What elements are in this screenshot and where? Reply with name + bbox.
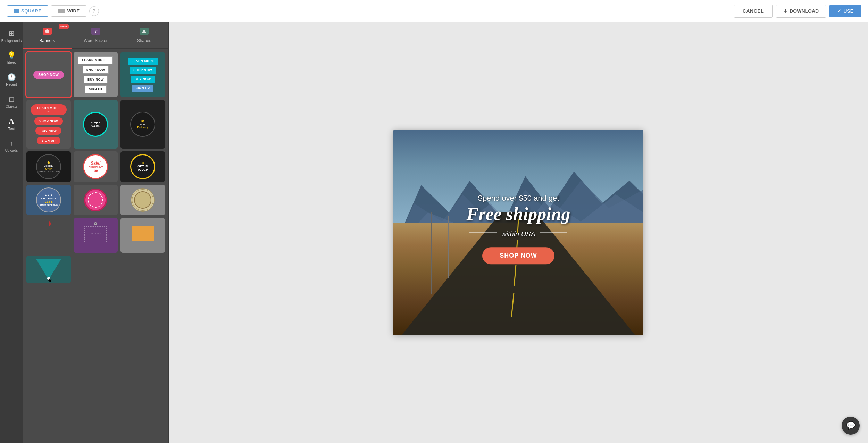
square-tab[interactable]: SQUARE	[7, 5, 48, 17]
uploads-icon: ↑	[10, 139, 13, 147]
objects-icon: ◻	[9, 95, 15, 103]
backgrounds-icon: ⊞	[9, 29, 15, 37]
svg-point-1	[45, 29, 49, 33]
pink-stamp[interactable]	[84, 189, 107, 211]
sale-discount-circle[interactable]: Sale! DISCOUNT 🛍	[83, 154, 108, 179]
canvas-area: Spend over $50 and get Free shipping wit…	[169, 22, 868, 443]
tag-hole-purple	[94, 222, 97, 225]
tag-body-orange[interactable]: - - - - - - - - - - - - - -	[132, 226, 154, 241]
sidebar-item-objects[interactable]: ◻ Objects	[1, 91, 22, 112]
canvas-container[interactable]: Spend over $50 and get Free shipping wit…	[393, 130, 643, 335]
word-sticker-tab-label: Word Sticker	[84, 38, 107, 43]
sidebar-item-recent[interactable]: 🕐 Recent	[1, 69, 22, 90]
banner-learn-more-teal[interactable]: LEARN MORE SHOP NOW BUY NOW SIGN UP	[120, 52, 165, 97]
sidebar-backgrounds-label: Backgrounds	[1, 39, 22, 43]
sign-up-red-pill[interactable]: SIGN UP	[37, 137, 61, 144]
canvas-shop-now-button[interactable]: SHOP NOW	[482, 247, 554, 264]
learn-more-teal-btn[interactable]: LEARN MORE	[128, 58, 158, 65]
sign-up-blue-btn[interactable]: SIGN UP	[132, 85, 153, 92]
use-button[interactable]: ✓ USE	[829, 5, 861, 17]
buy-now-outline-btn[interactable]: BUY NOW	[84, 76, 108, 83]
cream-frame[interactable]	[131, 188, 155, 212]
help-button[interactable]: ?	[89, 6, 99, 16]
canvas-line2: Free shipping	[412, 204, 625, 224]
sidebar-recent-label: Recent	[6, 83, 17, 86]
shop-now-outline-btn[interactable]: SHOP NOW	[83, 66, 109, 74]
canvas-text-overlay: Spend over $50 and get Free shipping wit…	[412, 194, 625, 264]
canvas-line3: within USA	[501, 230, 535, 238]
sidebar-ideas-label: Ideas	[7, 61, 16, 65]
square-icon	[14, 9, 19, 13]
main-area: ⊞ Backgrounds 💡 Ideas 🕐 Recent ◻ Objects…	[0, 22, 868, 443]
tag-body-purple[interactable]: - - - - - - - - - - - - - -	[84, 226, 107, 242]
learn-more-red-pill[interactable]: LEARN MORE →	[31, 104, 67, 115]
use-label: USE	[843, 8, 853, 14]
banner-pink-stamp[interactable]	[74, 185, 118, 215]
banner-learn-more-outline[interactable]: LEARN MORE → SHOP NOW BUY NOW SIGN UP	[74, 52, 118, 97]
banner-exclusive-sale[interactable]: ★ ★ ★ EXCLUSIVE SALE START SHOPPING	[26, 185, 71, 215]
checkmark-icon: ✓	[837, 8, 841, 14]
text-icon: A	[9, 117, 14, 126]
cancel-button[interactable]: CANCEL	[734, 5, 773, 18]
recent-icon: 🕐	[7, 73, 16, 81]
tag-triangle-teal[interactable]	[36, 259, 61, 280]
sidebar-item-backgrounds[interactable]: ⊞ Backgrounds	[1, 26, 22, 46]
banner-tag-teal[interactable]: ★	[26, 256, 71, 283]
banners-grid: SHOP NOW LEARN MORE → SHOP NOW BUY NOW S…	[23, 49, 168, 287]
shop-now-pink-pill[interactable]: SHOP NOW	[33, 71, 64, 79]
sidebar-objects-label: Objects	[6, 105, 17, 108]
free-delivery-circle[interactable]: ✉ Free Delivery	[130, 112, 155, 137]
new-badge: NEW	[59, 24, 69, 29]
banner-ribbons[interactable]	[26, 218, 71, 253]
wide-tab-label: WIDE	[67, 8, 80, 14]
panel-tab-shapes[interactable]: Shapes	[120, 22, 168, 48]
panel: NEW Banners T Word Sticker	[23, 22, 169, 443]
panel-tabs: NEW Banners T Word Sticker	[23, 22, 168, 49]
panel-tab-banners[interactable]: NEW Banners	[23, 22, 72, 48]
panel-tab-word-sticker[interactable]: T Word Sticker	[72, 22, 120, 48]
banner-cream-frame[interactable]	[120, 185, 165, 215]
square-tab-label: SQUARE	[21, 8, 42, 14]
shop-now-red-pill[interactable]: SHOP NOW	[34, 117, 63, 125]
download-arrow-icon: ⬇	[783, 8, 787, 14]
banner-sale-discount[interactable]: Sale! DISCOUNT 🛍	[74, 151, 118, 182]
top-bar-left: SQUARE WIDE ?	[7, 5, 99, 17]
ideas-icon: 💡	[7, 51, 16, 59]
shapes-tab-label: Shapes	[137, 38, 151, 43]
wide-tab[interactable]: WIDE	[51, 5, 86, 17]
banner-get-in-touch[interactable]: ✉ GET IN TOUCH	[120, 151, 165, 182]
sidebar-text-label: Text	[8, 127, 15, 131]
download-button[interactable]: ⬇ DOWNLOAD	[776, 5, 826, 18]
banners-tab-label: Banners	[39, 38, 55, 43]
shapes-tab-icon	[122, 27, 166, 37]
buy-now-red-pill[interactable]: BUY NOW	[35, 127, 61, 135]
chat-icon: 💬	[846, 421, 856, 430]
canvas-divider: within USA	[412, 227, 625, 238]
sidebar-item-uploads[interactable]: ↑ Uploads	[1, 136, 22, 156]
banner-special-offer[interactable]: ⭐ Special Offer 100% GUARANTEED	[26, 151, 71, 182]
banner-tag-purple[interactable]: - - - - - - - - - - - - - -	[74, 218, 118, 253]
banner-shop-save-badge[interactable]: Shop & SAVE	[74, 100, 118, 149]
shop-save-circle[interactable]: Shop & SAVE	[83, 112, 108, 137]
chat-bubble[interactable]: 💬	[842, 417, 860, 435]
banner-learn-more-red-pill[interactable]: LEARN MORE → SHOP NOW BUY NOW SIGN UP	[26, 100, 71, 149]
special-offer-circle[interactable]: ⭐ Special Offer 100% GUARANTEED	[36, 154, 61, 179]
get-in-touch-circle[interactable]: ✉ GET IN TOUCH	[130, 154, 155, 179]
sidebar-item-ideas[interactable]: 💡 Ideas	[1, 48, 22, 68]
word-sticker-tab-icon: T	[74, 27, 118, 37]
tag-hole-orange	[141, 222, 144, 225]
buy-now-teal-btn[interactable]: BUY NOW	[131, 76, 155, 83]
left-sidebar: ⊞ Backgrounds 💡 Ideas 🕐 Recent ◻ Objects…	[0, 22, 23, 443]
shop-now-teal-btn[interactable]: SHOP NOW	[130, 67, 156, 74]
exclusive-sale-circle[interactable]: ★ ★ ★ EXCLUSIVE SALE START SHOPPING	[36, 187, 61, 212]
sidebar-item-text[interactable]: A Text	[1, 113, 22, 134]
top-bar: SQUARE WIDE ? CANCEL ⬇ DOWNLOAD ✓ USE	[0, 0, 868, 22]
banner-shop-now-pink[interactable]: SHOP NOW	[26, 52, 71, 97]
sidebar-uploads-label: Uploads	[5, 149, 18, 152]
learn-more-outline-btn[interactable]: LEARN MORE →	[78, 56, 113, 64]
divider-line-right	[540, 232, 567, 233]
tag-star-teal: ★	[47, 277, 50, 280]
banner-free-delivery[interactable]: ✉ Free Delivery	[120, 100, 165, 149]
sign-up-outline-btn[interactable]: SIGN UP	[85, 85, 107, 93]
banner-tag-orange[interactable]: - - - - - - - - - - - - - -	[120, 218, 165, 253]
